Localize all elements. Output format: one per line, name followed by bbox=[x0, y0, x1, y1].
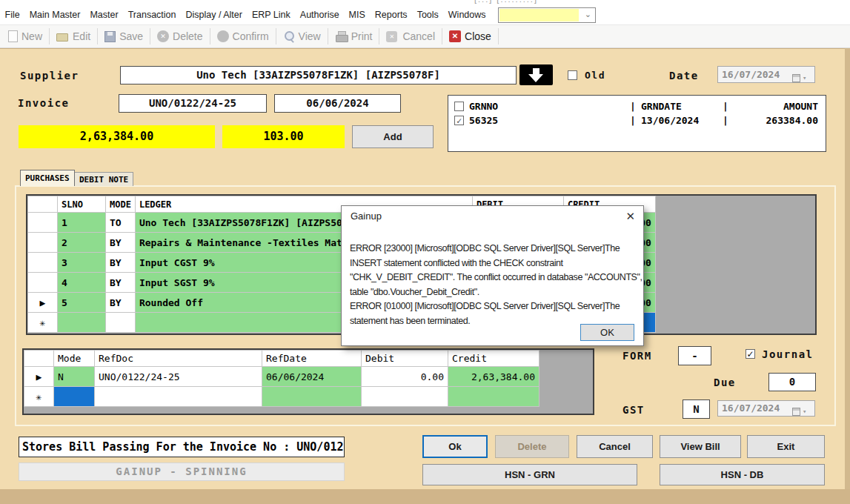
menu-master[interactable]: Master bbox=[85, 5, 123, 24]
bill-amount-field[interactable]: 2,63,384.00 bbox=[19, 125, 215, 148]
close-button[interactable]: ✕Close bbox=[442, 25, 498, 48]
menu-main-master[interactable]: Main Master bbox=[24, 5, 85, 24]
dialog-ok-button[interactable]: OK bbox=[580, 324, 634, 341]
toolbar: New Edit Save ✕Delete Confirm View Print… bbox=[0, 24, 850, 48]
confirm-circle-icon bbox=[217, 30, 229, 42]
selected-cell[interactable] bbox=[54, 387, 95, 407]
window-title-fragment: [...] [.........] bbox=[474, 0, 538, 4]
grid-new-row[interactable]: ✳ bbox=[24, 387, 539, 407]
hsn-grn-button[interactable]: HSN - GRN bbox=[422, 464, 637, 485]
due-label: Due bbox=[714, 377, 736, 388]
cancel-square-icon: ✕ bbox=[386, 31, 397, 42]
grn-col-amount: AMOUNT bbox=[783, 101, 818, 112]
menu-tools[interactable]: Tools bbox=[412, 5, 443, 24]
cancel-button[interactable]: ✕Cancel bbox=[379, 25, 442, 48]
delete-button-footer[interactable]: Delete bbox=[495, 435, 569, 458]
new-button[interactable]: New bbox=[0, 25, 49, 48]
cancel-button-footer[interactable]: Cancel bbox=[577, 435, 653, 458]
menu-authorise[interactable]: Authorise bbox=[295, 5, 344, 24]
invoice-date-field[interactable]: 06/06/2024 bbox=[274, 94, 401, 113]
grid-header-row: Mode RefDoc RefDate Debit Credit bbox=[24, 351, 539, 367]
error-dialog: Gainup ✕ ERROR [23000] [Microsoft][ODBC … bbox=[341, 205, 644, 346]
narration-field[interactable]: Stores Bill Passing For the Invoice No :… bbox=[19, 437, 345, 457]
edit-button[interactable]: Edit bbox=[50, 25, 97, 48]
grn-col-date: GRNDATE bbox=[641, 101, 682, 112]
old-checkbox[interactable] bbox=[568, 70, 577, 80]
hsn-db-button[interactable]: HSN - DB bbox=[660, 464, 825, 485]
grn-col-no: GRNNO bbox=[469, 101, 498, 112]
save-floppy-icon bbox=[104, 31, 116, 42]
window-selector-combobox[interactable]: ⌄ bbox=[498, 7, 596, 23]
menu-windows[interactable]: Windows bbox=[443, 5, 491, 24]
due-field[interactable]: 0 bbox=[768, 373, 816, 391]
print-button[interactable]: Print bbox=[328, 25, 379, 48]
grid-row[interactable]: ▶ N UNO/0122/24-25 06/06/2024 0.00 2,63,… bbox=[24, 367, 539, 387]
grn-select-all-checkbox[interactable] bbox=[454, 102, 464, 111]
supplier-lookup-button[interactable] bbox=[519, 64, 553, 85]
menu-display-alter[interactable]: Display / Alter bbox=[181, 5, 247, 24]
old-label: Old bbox=[585, 70, 605, 81]
confirm-button[interactable]: Confirm bbox=[210, 25, 276, 48]
grn-list-panel: GRNNO | GRNDATE | AMOUNT ✓ 56325 | 13/06… bbox=[448, 95, 826, 152]
gst-field[interactable]: N bbox=[683, 399, 710, 419]
delete-button[interactable]: ✕Delete bbox=[150, 25, 209, 48]
col-refdoc[interactable]: RefDoc bbox=[95, 351, 262, 367]
ok-button[interactable]: Ok bbox=[422, 435, 488, 458]
new-row-marker: ✳ bbox=[24, 387, 54, 407]
down-arrow-icon bbox=[528, 74, 543, 82]
tab-purchases[interactable]: PURCHASES bbox=[20, 170, 75, 186]
grn-row-checkbox[interactable]: ✓ bbox=[454, 116, 464, 125]
col-slno[interactable]: SLNO bbox=[58, 196, 106, 213]
date-label: Date bbox=[669, 70, 699, 82]
col-mode[interactable]: MODE bbox=[106, 196, 136, 213]
dialog-close-icon[interactable]: ✕ bbox=[625, 210, 635, 223]
save-button[interactable]: Save bbox=[98, 25, 150, 48]
print-printer-icon bbox=[335, 30, 348, 42]
invoice-number-field[interactable]: UNO/0122/24-25 bbox=[119, 94, 267, 113]
menu-mis[interactable]: MIS bbox=[344, 5, 370, 24]
view-magnifier-icon bbox=[283, 30, 295, 42]
add-button[interactable]: Add bbox=[352, 125, 434, 148]
invoice-label: Invoice bbox=[18, 97, 70, 109]
dialog-message: ERROR [23000] [Microsoft][ODBC SQL Serve… bbox=[350, 242, 643, 329]
menu-erp-link[interactable]: ERP Link bbox=[247, 5, 295, 24]
grn-header-row: GRNNO | GRNDATE | AMOUNT bbox=[448, 99, 826, 113]
gst-date-field[interactable]: 16/07/2024▾ bbox=[717, 400, 815, 417]
current-row-marker: ▶ bbox=[24, 367, 54, 387]
journal-checkbox[interactable]: ✓ bbox=[746, 349, 755, 359]
form-label: FORM bbox=[622, 350, 652, 362]
close-red-icon: ✕ bbox=[449, 30, 461, 42]
calendar-icon[interactable]: ▾ bbox=[792, 404, 811, 419]
window-title-sliver: [...] [.........] bbox=[0, 0, 850, 5]
grn-row[interactable]: ✓ 56325 | 13/06/2024 | 263384.00 bbox=[448, 113, 826, 127]
col-refdate[interactable]: RefDate bbox=[262, 351, 362, 367]
brand-label: GAINUP - SPINNING bbox=[19, 462, 345, 481]
window-frame-right bbox=[845, 48, 850, 504]
delete-circle-icon: ✕ bbox=[157, 30, 169, 42]
tab-debit-note[interactable]: DEBIT NOTE bbox=[74, 172, 133, 186]
view-button[interactable]: View bbox=[276, 25, 328, 48]
gst-label: GST bbox=[622, 404, 645, 416]
supplier-label: Supplier bbox=[20, 70, 79, 82]
date-field[interactable]: 16/07/2024▾ bbox=[717, 66, 815, 83]
supplier-field[interactable]: Uno Tech [33AIZPS5078F1ZK] [AIZPS5078F] bbox=[120, 66, 517, 84]
application-window: [...] [.........] File Main Master Maste… bbox=[0, 0, 850, 504]
col-debit[interactable]: Debit bbox=[362, 351, 448, 367]
menu-reports[interactable]: Reports bbox=[370, 5, 412, 24]
toolbar-separator bbox=[498, 28, 499, 44]
dialog-title: Gainup bbox=[351, 210, 382, 222]
exit-button[interactable]: Exit bbox=[747, 435, 825, 458]
charge-amount-field[interactable]: 103.00 bbox=[222, 125, 345, 148]
view-bill-button[interactable]: View Bill bbox=[660, 435, 741, 458]
chevron-down-icon: ⌄ bbox=[585, 10, 591, 19]
new-document-icon bbox=[8, 30, 18, 42]
journal-label: Journal bbox=[762, 348, 814, 360]
form-field[interactable]: - bbox=[678, 346, 711, 365]
menu-transaction[interactable]: Transaction bbox=[123, 5, 181, 24]
menu-file[interactable]: File bbox=[0, 5, 24, 24]
calendar-icon[interactable]: ▾ bbox=[792, 70, 811, 86]
combobox-value bbox=[499, 9, 579, 21]
col-mode[interactable]: Mode bbox=[54, 351, 95, 367]
new-row-marker: ✳ bbox=[28, 313, 58, 333]
col-credit[interactable]: Credit bbox=[448, 351, 539, 367]
